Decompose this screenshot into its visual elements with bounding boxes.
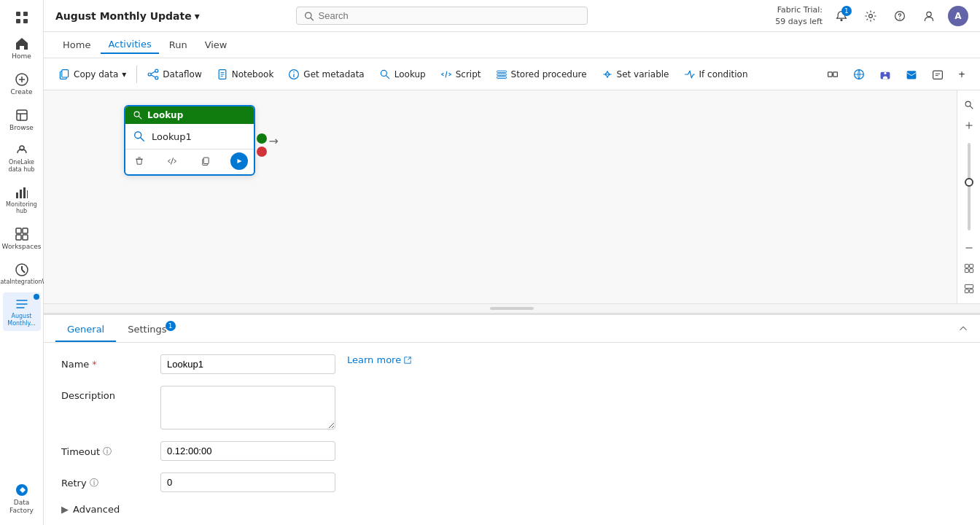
sidebar-item-monitoring[interactable]: Monitoring hub xyxy=(3,181,41,219)
form-row-timeout: Timeout ⓘ xyxy=(61,441,962,461)
sidebar-monitoring-label: Monitoring hub xyxy=(6,201,38,215)
learn-more-link[interactable]: Learn more xyxy=(347,354,412,365)
node-code-button[interactable] xyxy=(164,153,180,169)
svg-rect-15 xyxy=(16,228,21,233)
if-condition-button[interactable]: If condition xyxy=(678,66,754,83)
search-icon xyxy=(304,11,314,21)
bottom-panel-header: General Settings 1 xyxy=(44,315,980,343)
node-name-label: Lookup1 xyxy=(152,131,192,142)
svg-rect-47 xyxy=(497,74,506,75)
right-toolbar xyxy=(957,90,980,303)
zoom-in-button[interactable] xyxy=(960,117,978,134)
search-canvas-button[interactable] xyxy=(960,96,978,114)
layout-button[interactable] xyxy=(960,280,978,298)
app-icon[interactable] xyxy=(926,66,949,83)
svg-rect-3 xyxy=(23,19,28,23)
sidebar-item-mydata[interactable]: myDataIntegrationWo... xyxy=(3,258,41,290)
user-profile-icon[interactable] xyxy=(919,6,939,26)
fabric-trial-info: Fabric Trial: 59 days left xyxy=(775,4,822,27)
lookup-button[interactable]: Lookup xyxy=(373,66,432,83)
svg-rect-2 xyxy=(16,19,20,23)
notification-bell[interactable]: 1 xyxy=(831,6,852,26)
svg-rect-50 xyxy=(833,71,838,76)
collapse-panel-button[interactable] xyxy=(958,324,968,336)
search-bar[interactable] xyxy=(296,7,588,25)
zoom-slider[interactable] xyxy=(968,137,971,236)
notebook-button[interactable]: Notebook xyxy=(211,66,280,83)
svg-rect-12 xyxy=(20,190,22,198)
name-label: Name * xyxy=(61,354,149,370)
menu-activities[interactable]: Activities xyxy=(101,36,158,54)
help-icon[interactable] xyxy=(890,6,910,26)
success-connector[interactable] xyxy=(257,133,267,144)
svg-rect-74 xyxy=(969,269,973,273)
advanced-toggle[interactable]: ▶ Advanced xyxy=(61,504,962,515)
name-input[interactable] xyxy=(160,354,335,374)
menu-home[interactable]: Home xyxy=(55,36,98,53)
sidebar-item-workspaces[interactable]: Workspaces xyxy=(3,222,41,255)
sidebar-item-create[interactable]: Create xyxy=(3,68,41,101)
sidebar-item-august[interactable]: August Monthly... xyxy=(3,292,41,331)
menu-run[interactable]: Run xyxy=(162,36,195,53)
sidebar-item-datafactory[interactable]: Data Factory xyxy=(3,478,41,519)
script-button[interactable]: Script xyxy=(435,66,487,83)
svg-line-60 xyxy=(139,116,141,119)
globe-icon[interactable] xyxy=(847,66,871,83)
copy-data-icon xyxy=(58,69,70,80)
svg-rect-72 xyxy=(969,264,973,268)
bottom-tabs: General Settings 1 xyxy=(55,318,179,342)
set-variable-button[interactable]: Set variable xyxy=(596,66,675,83)
get-metadata-button[interactable]: Get metadata xyxy=(282,66,370,83)
node-delete-button[interactable] xyxy=(131,153,147,169)
menu-view[interactable]: View xyxy=(198,36,235,53)
pipeline-icon-1[interactable] xyxy=(821,66,844,83)
svg-rect-76 xyxy=(965,289,968,293)
failure-connector[interactable] xyxy=(257,147,267,157)
sidebar-home-label: Home xyxy=(12,52,31,61)
search-input[interactable] xyxy=(319,10,580,21)
project-title[interactable]: August Monthly Update ▾ xyxy=(55,10,200,22)
add-more-button[interactable]: + xyxy=(952,66,971,82)
sidebar-item-home[interactable]: Home xyxy=(3,32,41,65)
svg-line-36 xyxy=(152,74,156,77)
panel-divider[interactable] xyxy=(44,303,980,314)
required-star: * xyxy=(92,359,97,370)
settings-badge: 1 xyxy=(166,321,176,331)
settings-icon[interactable] xyxy=(860,6,881,26)
teams-icon[interactable] xyxy=(874,66,897,83)
fit-view-button[interactable] xyxy=(960,260,978,277)
retry-label: Retry ⓘ xyxy=(61,472,149,489)
svg-line-21 xyxy=(22,270,25,273)
node-go-button[interactable] xyxy=(230,152,248,170)
svg-rect-75 xyxy=(965,284,973,288)
sidebar-datafactory-label: Data Factory xyxy=(6,499,38,515)
sidebar-item-browse[interactable]: Browse xyxy=(3,104,41,136)
pipeline-node: Lookup Lookup1 xyxy=(124,105,255,176)
dataflow-button[interactable]: Dataflow xyxy=(141,66,207,83)
retry-input[interactable] xyxy=(160,472,335,492)
copy-data-button[interactable]: Copy data ▾ xyxy=(52,66,132,83)
svg-rect-1 xyxy=(23,12,28,16)
sidebar-create-label: Create xyxy=(11,88,33,96)
tab-settings[interactable]: Settings 1 xyxy=(116,318,178,342)
stored-procedure-icon xyxy=(496,69,508,80)
svg-line-45 xyxy=(386,75,389,78)
external-link-icon xyxy=(403,356,412,365)
node-body: Lookup1 xyxy=(125,124,254,149)
retry-info-icon[interactable]: ⓘ xyxy=(90,477,98,489)
timeout-input[interactable] xyxy=(160,441,335,461)
timeout-info-icon[interactable]: ⓘ xyxy=(103,446,112,458)
description-input[interactable] xyxy=(160,386,335,429)
notebook-icon xyxy=(217,69,228,80)
sidebar-item-onelake[interactable]: OneLake data hub xyxy=(3,139,41,177)
form-row-retry: Retry ⓘ xyxy=(61,472,962,492)
sidebar-item-grid[interactable] xyxy=(3,6,41,29)
divider-handle[interactable] xyxy=(490,307,534,310)
svg-rect-13 xyxy=(23,187,26,198)
zoom-out-button[interactable] xyxy=(960,239,978,257)
stored-procedure-button[interactable]: Stored procedure xyxy=(490,66,593,83)
tab-general[interactable]: General xyxy=(55,318,116,342)
outlook-icon[interactable] xyxy=(900,66,923,83)
user-avatar[interactable]: A xyxy=(948,6,968,26)
node-copy-button[interactable] xyxy=(198,153,214,169)
